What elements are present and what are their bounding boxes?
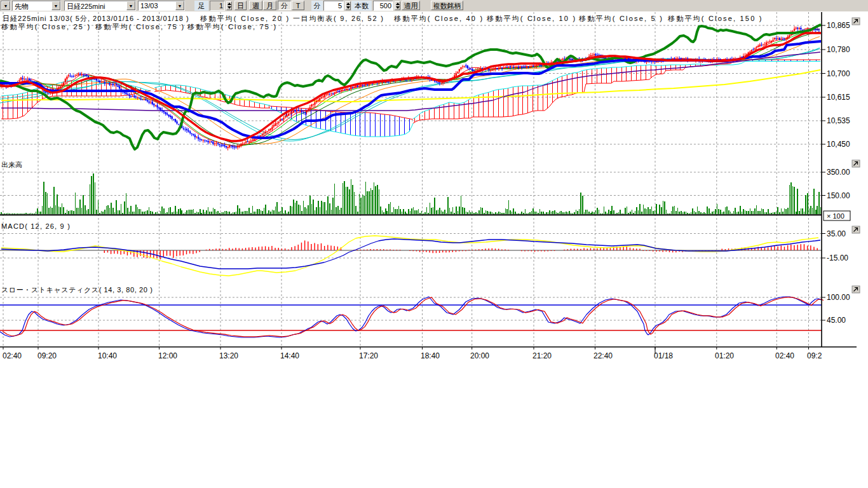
svg-text:MACD( 12, 26, 9 ): MACD( 12, 26, 9 ) (1, 222, 71, 230)
svg-text:01:20: 01:20 (715, 351, 734, 360)
svg-text:10:40: 10:40 (98, 351, 117, 360)
svg-text:移動平均( Close, 5 ): 移動平均( Close, 5 ) (579, 15, 663, 22)
svg-text:日経225mini 13/03( 5分, 2013/01/1: 日経225mini 13/03( 5分, 2013/01/16 - 2013/0… (3, 15, 189, 22)
svg-text:35.00: 35.00 (827, 229, 846, 238)
svg-text:× 100: × 100 (827, 212, 844, 220)
svg-text:移動平均( Close, 75 ): 移動平均( Close, 75 ) (95, 23, 185, 30)
svg-text:10,780: 10,780 (827, 45, 850, 54)
svg-text:09:20: 09:20 (37, 351, 57, 360)
svg-text:移動平均( Close, 10 ): 移動平均( Close, 10 ) (487, 15, 576, 22)
svg-text:20:00: 20:00 (470, 351, 489, 360)
svg-text:02:40: 02:40 (3, 351, 22, 360)
svg-text:出来高: 出来高 (1, 161, 22, 168)
svg-text:10,450: 10,450 (827, 140, 850, 149)
svg-text:22:40: 22:40 (593, 351, 613, 360)
svg-text:移動平均( Close, 150 ): 移動平均( Close, 150 ) (668, 15, 763, 22)
svg-text:02:40: 02:40 (775, 351, 794, 360)
svg-text:スロー・ストキャスティクス( 14, 3, 80, 20 ): スロー・ストキャスティクス( 14, 3, 80, 20 ) (1, 286, 153, 294)
svg-text:一目均衡表( 9, 26, 52 ): 一目均衡表( 9, 26, 52 ) (293, 15, 384, 22)
svg-text:10,535: 10,535 (827, 116, 850, 125)
svg-text:移動平均( Close, 20 ): 移動平均( Close, 20 ) (200, 15, 290, 22)
svg-text:18:40: 18:40 (421, 351, 440, 360)
svg-text:350.00: 350.00 (827, 168, 850, 177)
svg-text:10,865: 10,865 (827, 21, 850, 30)
svg-text:45.00: 45.00 (827, 316, 846, 325)
svg-text:21:20: 21:20 (532, 351, 552, 360)
svg-text:移動平均( Close, 25 ): 移動平均( Close, 25 ) (1, 23, 91, 30)
svg-text:13:20: 13:20 (219, 351, 238, 360)
svg-text:10,615: 10,615 (827, 93, 850, 102)
svg-text:移動平均( Close, 40 ): 移動平均( Close, 40 ) (394, 15, 484, 22)
svg-text:14:40: 14:40 (280, 351, 299, 360)
svg-text:100.00: 100.00 (827, 293, 850, 302)
svg-text:09:2: 09:2 (807, 351, 822, 360)
svg-text:01/18: 01/18 (654, 351, 673, 360)
svg-text:17:20: 17:20 (359, 351, 378, 360)
svg-text:10,700: 10,700 (827, 69, 850, 78)
svg-text:12:00: 12:00 (158, 351, 177, 360)
svg-text:移動平均( Close, 75 ): 移動平均( Close, 75 ) (187, 23, 277, 30)
svg-text:-15.00: -15.00 (827, 254, 848, 262)
svg-text:150.00: 150.00 (827, 191, 850, 200)
